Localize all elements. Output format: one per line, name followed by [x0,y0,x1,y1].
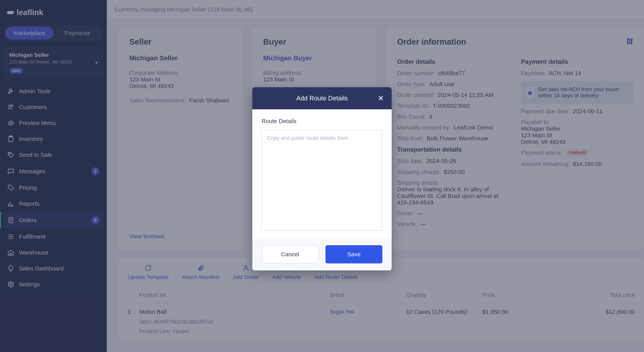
modal-title: Add Route Details [296,95,348,102]
add-route-details-modal: Add Route Details ✕ Route Details Cancel… [252,87,392,270]
modal-overlay[interactable]: Add Route Details ✕ Route Details Cancel… [0,0,644,352]
cancel-button[interactable]: Cancel [262,245,318,263]
save-button[interactable]: Save [326,245,382,263]
close-icon[interactable]: ✕ [378,95,384,102]
modal-header: Add Route Details ✕ [252,87,392,109]
route-details-label: Route Details [262,118,382,124]
route-details-textarea[interactable] [262,130,382,231]
